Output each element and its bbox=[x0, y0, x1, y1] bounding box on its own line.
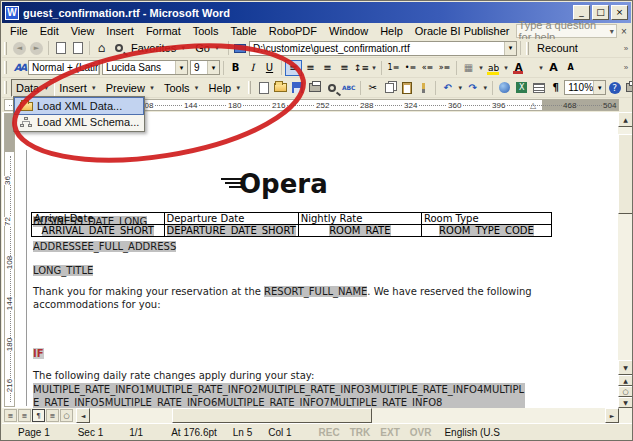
scroll-left-icon[interactable]: ◄ bbox=[76, 408, 90, 423]
cut-icon[interactable]: ✂ bbox=[364, 80, 381, 96]
paste-icon[interactable] bbox=[398, 80, 415, 96]
toolbar-grip[interactable] bbox=[4, 81, 7, 94]
status-ext-toggle[interactable]: EXT bbox=[375, 427, 404, 438]
print-small-icon[interactable] bbox=[623, 80, 633, 96]
horizontal-scrollbar[interactable]: ≡ ≡ ¶ ≡ ○ ◄ ► bbox=[2, 408, 633, 423]
chevron-down-icon[interactable]: ▾ bbox=[610, 27, 614, 36]
vertical-ruler[interactable]: 36 72 108 144 180 216 bbox=[4, 113, 15, 407]
chevron-down-icon[interactable]: ▾ bbox=[502, 64, 510, 72]
field-room-rate[interactable]: ROOM_RATE bbox=[329, 225, 390, 236]
help-icon[interactable]: ? bbox=[606, 80, 623, 96]
chevron-down-icon[interactable]: ▾ bbox=[370, 64, 378, 72]
field-long-title[interactable]: LONG_TITLE bbox=[33, 265, 93, 276]
toolbar-grip[interactable] bbox=[4, 42, 7, 55]
next-page-icon[interactable]: ▼ bbox=[618, 397, 633, 408]
style-combo[interactable]: Normal + (Latir ▾ bbox=[28, 60, 100, 75]
status-trk-toggle[interactable]: TRK bbox=[345, 427, 376, 438]
web-layout-view-button[interactable]: ≡ bbox=[18, 409, 31, 422]
insert-excel-worksheet-icon[interactable]: X bbox=[513, 80, 530, 96]
chevron-down-icon[interactable]: ▾ bbox=[504, 42, 516, 55]
chevron-down-icon[interactable]: ▾ bbox=[481, 84, 489, 92]
menu-edit[interactable]: Edit bbox=[34, 24, 65, 39]
if-form-field[interactable]: IF bbox=[33, 348, 44, 359]
minimize-button[interactable]: _ bbox=[573, 5, 590, 20]
field-addressee-address[interactable]: ADDRESSEE_FULL_ADDRESS bbox=[33, 241, 176, 252]
menu-insert[interactable]: Insert bbox=[100, 24, 140, 39]
field-departure-date-short[interactable]: DEPARTURE_DATE_SHORT bbox=[167, 225, 296, 236]
line-spacing-button[interactable]: ↕≡ bbox=[353, 60, 370, 76]
field-arrival-date-short[interactable]: ARRIVAL_DATE_SHORT bbox=[42, 225, 154, 236]
paragraph-reservation[interactable]: Thank you for making your reservation at… bbox=[33, 285, 588, 311]
toolbar-grip[interactable] bbox=[526, 42, 529, 55]
menu-window[interactable]: Window bbox=[323, 24, 374, 39]
bullets-button[interactable]: •≡ bbox=[402, 60, 419, 76]
document-page[interactable]: Opera BUSINESS_DATE_LONG ADDRESSEE_FULL_… bbox=[16, 112, 618, 408]
shrink-font-button[interactable]: A bbox=[562, 60, 579, 76]
borders-button[interactable]: ▦ bbox=[460, 60, 477, 76]
chevron-down-icon[interactable]: ▾ bbox=[456, 84, 464, 92]
scroll-up-icon[interactable]: ▲ bbox=[618, 112, 633, 127]
vertical-scroll-thumb[interactable] bbox=[618, 134, 633, 214]
close-button[interactable]: × bbox=[611, 5, 628, 20]
menu-robopdf[interactable]: RoboPDF bbox=[263, 24, 323, 39]
recount-button[interactable]: Recount bbox=[533, 39, 582, 57]
insert-hyperlink-icon[interactable] bbox=[496, 80, 513, 96]
chevron-down-icon[interactable]: ▾ bbox=[477, 64, 485, 72]
previous-page-icon[interactable]: ▲ bbox=[618, 375, 633, 386]
print-preview-icon[interactable] bbox=[323, 80, 340, 96]
address-bar[interactable]: D:\customize\guest_confirmation.rtf ▾ bbox=[249, 41, 517, 56]
normal-view-button[interactable]: ≡ bbox=[4, 409, 17, 422]
new-document-icon[interactable] bbox=[255, 80, 272, 96]
menu-item-load-xml-data[interactable]: Load XML Data... bbox=[15, 98, 143, 114]
field-resort-full-name[interactable]: RESORT_FULL_NAME bbox=[264, 286, 367, 297]
toolbar-options-chevron[interactable]: » bbox=[621, 63, 631, 72]
chevron-down-icon[interactable]: ▾ bbox=[537, 64, 545, 72]
menu-tools[interactable]: Tools bbox=[187, 24, 225, 39]
maximize-button[interactable]: □ bbox=[592, 5, 609, 20]
italic-button[interactable]: I bbox=[244, 60, 261, 76]
outline-view-button[interactable]: ≡ bbox=[46, 409, 59, 422]
scroll-right-icon[interactable]: ► bbox=[605, 408, 619, 423]
bip-preview-menu-button[interactable]: Preview ▾ bbox=[102, 79, 160, 97]
print-icon[interactable] bbox=[306, 80, 323, 96]
menu-help[interactable]: Help bbox=[374, 24, 409, 39]
open-icon[interactable] bbox=[272, 80, 289, 96]
field-multiple-rate-info[interactable]: MULTIPLE_RATE_INFO1MULTIPLE_RATE_INFO2MU… bbox=[33, 383, 525, 408]
copy-icon[interactable] bbox=[381, 80, 398, 96]
field-room-type-code[interactable]: ROOM_TYPE_CODE bbox=[439, 225, 534, 236]
chevron-down-icon[interactable]: ▾ bbox=[98, 61, 100, 74]
bip-data-menu-button[interactable]: Data ▾ bbox=[11, 79, 55, 97]
select-browse-object-icon[interactable]: ○ bbox=[618, 386, 633, 397]
undo-icon[interactable]: ↶ bbox=[439, 80, 456, 96]
toolbar-grip[interactable] bbox=[4, 61, 7, 74]
justify-button[interactable]: ≡ bbox=[336, 60, 353, 76]
bip-insert-menu-button[interactable]: Insert ▾ bbox=[55, 79, 102, 97]
insert-table-icon[interactable] bbox=[530, 80, 547, 96]
horizontal-scroll-thumb[interactable] bbox=[172, 408, 372, 423]
menu-file[interactable]: File bbox=[4, 24, 34, 39]
type-a-question-box[interactable]: Type a question for help ▾ bbox=[516, 24, 617, 38]
go-button[interactable]: Go ▾ bbox=[191, 39, 225, 57]
print-layout-view-button[interactable]: ¶ bbox=[32, 409, 45, 422]
stop-icon[interactable] bbox=[52, 40, 69, 56]
bip-tools-menu-button[interactable]: Tools ▾ bbox=[160, 79, 205, 97]
font-combo[interactable]: Lucida Sans ▾ bbox=[102, 60, 188, 75]
numbering-button[interactable]: 1≡ bbox=[385, 60, 402, 76]
chevron-down-icon[interactable]: ▾ bbox=[593, 81, 605, 94]
status-ovr-toggle[interactable]: OVR bbox=[405, 427, 437, 438]
chevron-down-icon[interactable]: ▾ bbox=[207, 61, 219, 74]
rates-table[interactable]: Arrival Date Departure Date Nightly Rate… bbox=[31, 212, 552, 237]
zoom-combo[interactable]: 110% ▾ bbox=[564, 80, 606, 95]
align-center-button[interactable]: ≡ bbox=[302, 60, 319, 76]
underline-button[interactable]: U bbox=[261, 60, 278, 76]
reading-layout-view-button[interactable]: ○ bbox=[60, 409, 73, 422]
menu-oracle-bi-publisher[interactable]: Oracle BI Publisher bbox=[409, 24, 516, 39]
font-size-combo[interactable]: 9 ▾ bbox=[190, 60, 220, 75]
rate-info-fields[interactable]: MULTIPLE_RATE_INFO1MULTIPLE_RATE_INFO2MU… bbox=[33, 383, 525, 408]
bip-help-menu-button[interactable]: Help ▾ bbox=[205, 79, 247, 97]
menu-table[interactable]: Table bbox=[224, 24, 262, 39]
spelling-icon[interactable]: ABC bbox=[340, 80, 357, 96]
show-web-toolbar-icon[interactable] bbox=[232, 40, 249, 56]
styles-and-formatting-icon[interactable]: AA bbox=[11, 60, 28, 76]
menu-format[interactable]: Format bbox=[140, 24, 187, 39]
